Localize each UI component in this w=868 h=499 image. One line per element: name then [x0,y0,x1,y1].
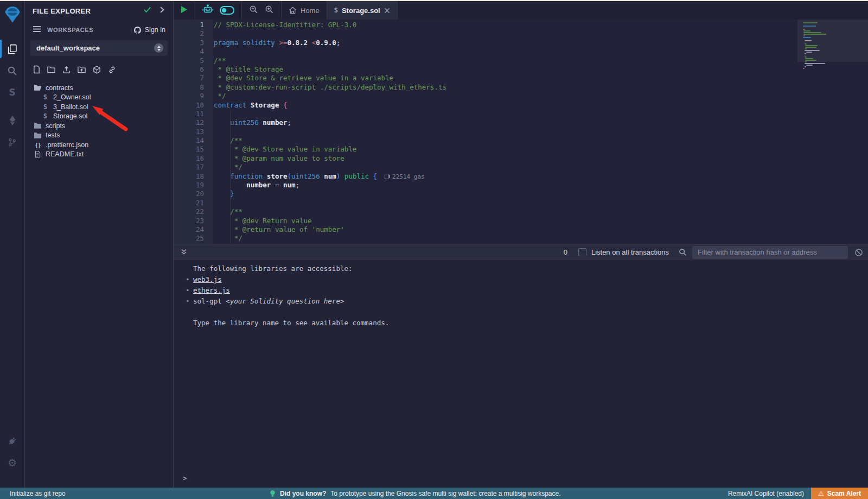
link-icon[interactable] [108,66,116,76]
warning-icon: ⚠ [818,490,824,497]
code-line-17: */ [214,163,478,172]
code-line-22: /** [214,207,478,216]
vertical-icon-bar: S ⚙ [0,1,25,488]
run-script-play-icon[interactable] [181,5,188,16]
code-line-7: * @dev Store & retrieve value in a varia… [214,74,478,83]
remix-logo[interactable] [0,2,25,28]
tree-item-Storage.sol[interactable]: SStorage.sol [25,112,173,122]
tree-item-tests[interactable]: tests [25,131,173,141]
code-line-8: * @custom:dev-run-script ./scripts/deplo… [214,83,478,92]
code-line-26: function retrieve() public view returns … [214,243,478,244]
line-number: 24 [174,225,213,234]
code-editor[interactable]: 1234567891011121314151617181920212223242… [174,20,868,244]
scam-alert-button[interactable]: ⚠ Scam Alert [811,488,868,499]
listen-transactions-label[interactable]: Listen on all transactions [591,248,669,256]
window-top-edge [0,0,868,1]
json-icon: { } [34,142,42,148]
line-number: 9 [174,92,213,100]
terminal-prompt[interactable]: > [183,474,187,482]
new-file-icon[interactable] [33,65,40,76]
close-tab-icon[interactable] [384,8,390,14]
tree-item-label: 2_Owner.sol [53,93,91,101]
file-explorer-header: FILE EXPLORER [25,1,173,21]
tree-item-label: contracts [46,84,73,92]
code-line-4 [214,47,478,56]
line-number: 25 [174,234,213,243]
code-line-3: pragma solidity >=0.8.2 <0.9.0; [214,39,478,47]
terminal-search-icon[interactable] [679,248,687,256]
terminal-line: •ethers.js [174,285,868,296]
bullet: • [186,285,190,296]
clear-console-icon[interactable] [854,248,863,257]
zoom-in-icon[interactable] [265,5,274,16]
minimap[interactable] [797,20,868,244]
tree-item-2_Owner.sol[interactable]: S2_Owner.sol [25,93,173,103]
line-number: 11 [174,110,213,118]
tree-item-contracts[interactable]: contracts [25,83,173,93]
editor-toolbar: Home S Storage.sol [174,1,868,20]
file-tree: contractsS2_Owner.solS3_Ballot.solSStora… [25,81,173,159]
terminal-expand-icon[interactable] [181,249,187,256]
tree-item-3_Ballot.sol[interactable]: S3_Ballot.sol [25,102,173,112]
plugin-manager-icon[interactable] [0,430,25,452]
listen-transactions-checkbox[interactable] [578,248,586,256]
library-link[interactable]: web3.js [193,275,222,283]
copilot-status[interactable]: RemixAI Copilot (enabled) [728,490,804,497]
workspaces-menu-icon[interactable] [33,25,41,35]
folder-open-icon [34,84,42,91]
transaction-filter-input[interactable] [692,246,848,259]
gas-pump-icon [385,174,389,179]
code-line-24: * @return value of 'number' [214,225,478,234]
terminal[interactable]: The following libraries are accessible:•… [174,260,868,488]
upload-file-icon[interactable] [62,66,71,76]
tree-item-label: tests [46,131,60,139]
code-line-5: /** [214,56,478,65]
tree-item-README.txt[interactable]: README.txt [25,150,173,160]
minimap-lines [803,22,826,70]
solidity-compiler-icon[interactable]: S [0,81,25,103]
workspace-select[interactable]: default_workspace [30,40,168,56]
line-number: 4 [174,47,213,56]
workspaces-label: WORKSPACES [47,27,93,33]
code-line-16: * @param num value to store [214,154,478,163]
github-icon [133,26,142,34]
sol-icon: S [41,93,49,101]
code-line-21 [214,199,478,207]
library-link[interactable]: ethers.js [193,286,230,294]
ipfs-cube-icon[interactable] [93,66,101,76]
terminal-line [174,307,868,318]
zoom-out-icon[interactable] [249,5,258,16]
file-icon [34,150,42,158]
settings-gear-icon[interactable]: ⚙ [0,452,25,473]
terminal-line: Type the library name to see available c… [174,318,868,329]
terminal-line: The following libraries are accessible: [174,263,868,274]
terminal-line: •web3.js [174,274,868,285]
sign-in-button[interactable]: Sign in [133,26,165,34]
line-number: 18 [174,172,213,181]
upload-folder-icon[interactable] [78,66,86,75]
ai-copilot-robot-icon[interactable] [202,4,213,17]
code-line-9: */ [214,92,478,100]
git-icon[interactable] [0,131,25,153]
tree-item-label: Storage.sol [53,112,87,120]
bullet: • [186,274,190,285]
home-icon [289,7,297,14]
copilot-toggle[interactable] [220,6,234,15]
tab-home[interactable]: Home [281,1,327,20]
code-line-14: /** [214,136,478,145]
deploy-run-icon[interactable] [0,110,25,131]
line-number: 23 [174,217,213,225]
accept-check-icon[interactable] [143,6,151,16]
search-icon[interactable] [0,60,25,81]
init-git-repo-button[interactable]: Initialize as git repo [0,490,66,497]
panel-title: FILE EXPLORER [33,7,91,15]
tree-item-.prettierrc.json[interactable]: { }.prettierrc.json [25,140,173,150]
line-number: 2 [174,29,213,38]
tree-item-scripts[interactable]: scripts [25,121,173,131]
new-folder-icon[interactable] [47,66,55,75]
tab-storage-sol[interactable]: S Storage.sol [327,1,398,20]
tree-item-label: 3_Ballot.sol [53,103,88,111]
chevron-right-icon[interactable] [159,6,165,16]
terminal-output: The following libraries are accessible:•… [174,263,868,329]
file-explorer-icon[interactable] [0,38,25,60]
